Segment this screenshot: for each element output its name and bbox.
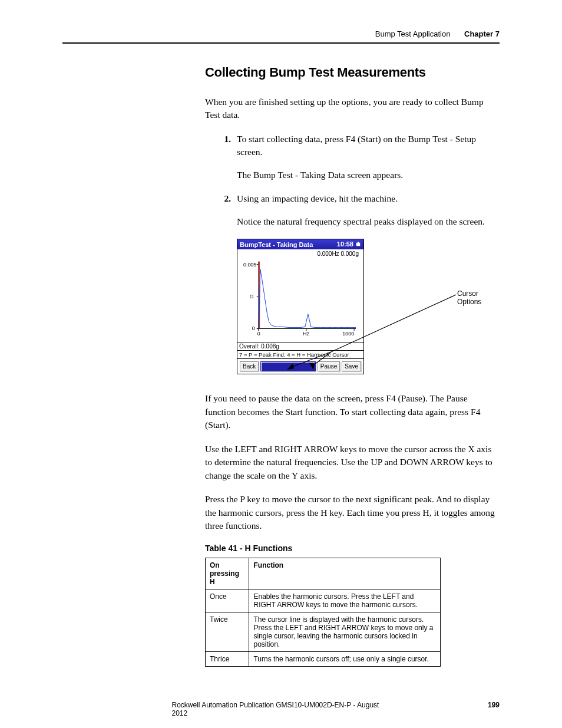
step-text: Using an impacting device, hit the machi… — [237, 192, 500, 205]
table-row: Twice The cursor line is displayed with … — [206, 612, 441, 651]
header-rule — [62, 42, 500, 44]
xlabel-right: 1000 — [342, 331, 354, 337]
table-row: Once Enables the harmonic cursors. Press… — [206, 589, 441, 612]
ylabel-top: 0.005 — [243, 262, 256, 268]
step-2: 2. Using an impacting device, hit the ma… — [217, 192, 500, 205]
device-clock: 10:58 — [337, 241, 353, 248]
header-section: Bump Test Application — [375, 29, 451, 38]
device-overall: Overall: 0.008g — [237, 342, 363, 351]
table-cell: Enables the harmonic cursors. Press the … — [249, 589, 441, 612]
callout-cursor-options: Cursor Options — [457, 289, 500, 306]
step-number: 2. — [217, 192, 231, 205]
battery-icon — [355, 241, 361, 248]
table-title: Table 41 - H Functions — [205, 543, 500, 553]
paragraph-arrows: Use the LEFT and RIGHT ARROW keys to mov… — [205, 443, 500, 482]
table-cell: The cursor line is displayed with the ha… — [249, 612, 441, 651]
table-head-col2: Function — [249, 558, 441, 589]
device-readout: 0.000Hz 0.000g — [237, 249, 363, 257]
step-2-sub: Notice the natural frequency spectral pe… — [237, 215, 500, 228]
xlabel-left: 0 — [257, 331, 260, 337]
xlabel-mid: Hz — [303, 331, 309, 337]
header-chapter: Chapter 7 — [464, 29, 500, 38]
device-title-bar: BumpTest - Taking Data 10:58 — [237, 239, 363, 249]
step-number: 1. — [217, 133, 231, 159]
save-button[interactable]: Save — [342, 361, 361, 371]
intro-paragraph: When you are finished setting up the opt… — [205, 95, 500, 122]
ylabel-bot: 0 — [252, 326, 255, 332]
footer-page-number: 199 — [488, 701, 500, 709]
h-functions-table: On pressing H Function Once Enables the … — [205, 558, 441, 667]
footer-publication: Rockwell Automation Publication GMSI10-U… — [172, 701, 391, 717]
table-cell: Turns the harmonic cursors off; use only… — [249, 651, 441, 666]
page-header: Bump Test Application Chapter 7 — [375, 29, 500, 38]
page-footer: Rockwell Automation Publication GMSI10-U… — [62, 701, 500, 709]
table-row: Thrice Turns the harmonic cursors off; u… — [206, 651, 441, 666]
device-title: BumpTest - Taking Data — [240, 241, 313, 248]
table-cell: Thrice — [206, 651, 249, 666]
svg-rect-0 — [356, 243, 360, 246]
step-1-sub: The Bump Test - Taking Data screen appea… — [237, 169, 500, 182]
ylabel-mid: G — [250, 294, 254, 299]
table-head-col1: On pressing H — [206, 558, 249, 589]
paragraph-pause: If you need to pause the data on the scr… — [205, 392, 500, 431]
device-button-row: Back Pause Save — [237, 359, 363, 374]
svg-rect-1 — [358, 242, 359, 243]
table-cell: Twice — [206, 612, 249, 651]
back-button[interactable]: Back — [240, 361, 259, 371]
device-plot: 0.005 G 0 0 Hz 1000 — [242, 258, 359, 341]
step-1: 1. To start collecting data, press F4 (S… — [217, 133, 500, 159]
blank-button — [260, 361, 316, 371]
section-heading: Collecting Bump Test Measurements — [205, 65, 500, 80]
step-text: To start collecting data, press F4 (Star… — [237, 133, 500, 159]
paragraph-pkey: Press the P key to move the cursor to th… — [205, 493, 500, 532]
table-cell: Once — [206, 589, 249, 612]
pause-button[interactable]: Pause — [318, 361, 340, 371]
device-screen: BumpTest - Taking Data 10:58 0.000Hz 0.0… — [237, 239, 364, 374]
table-header-row: On pressing H Function — [206, 558, 441, 589]
device-figure: BumpTest - Taking Data 10:58 0.000Hz 0.0… — [237, 239, 500, 374]
device-hint: 7 = P = Peak Find: 4 = H = Harmonic Curs… — [237, 351, 363, 359]
